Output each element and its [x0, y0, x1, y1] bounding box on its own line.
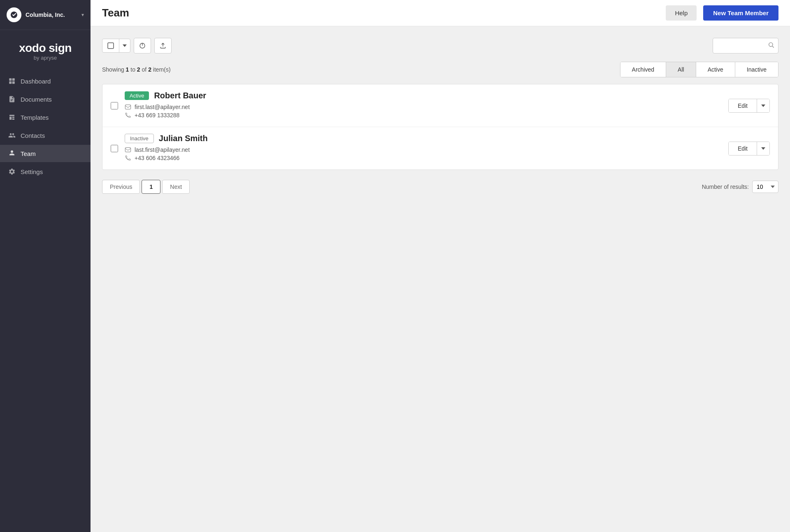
tab-inactive[interactable]: Inactive — [735, 62, 778, 77]
member-phone: +43 606 4323466 — [125, 155, 722, 161]
name-line: Active Robert Bauer — [125, 91, 722, 100]
sidebar-item-documents[interactable]: Documents — [0, 91, 91, 108]
company-name: Columbia, Inc. — [26, 12, 65, 18]
search-box — [713, 38, 778, 53]
sidebar-item-label: Settings — [21, 168, 43, 175]
edit-button-group: Edit — [728, 99, 770, 113]
row-checkbox[interactable] — [111, 102, 118, 109]
name-line: Inactive Julian Smith — [125, 134, 722, 143]
select-main-button[interactable] — [102, 39, 119, 52]
filter-to: 2 — [137, 66, 140, 73]
member-info: Inactive Julian Smith last.first@apilaye… — [125, 134, 722, 163]
table-row: Inactive Julian Smith last.first@apilaye… — [102, 127, 778, 170]
sidebar-item-label: Templates — [21, 114, 49, 121]
table-row: Active Robert Bauer first.last@apilayer.… — [102, 84, 778, 127]
page-content: Showing 1 to 2 of 2 item(s) Archived All… — [91, 26, 790, 532]
page-header: Team Help New Team Member — [91, 0, 790, 26]
app-name: xodo sign — [7, 42, 84, 55]
svg-rect-9 — [125, 105, 130, 109]
member-name: Robert Bauer — [154, 91, 206, 100]
edit-button-group: Edit — [728, 142, 770, 156]
svg-rect-10 — [125, 148, 130, 152]
edit-button[interactable]: Edit — [729, 99, 757, 112]
results-per-page: Number of results: 10 25 50 100 — [702, 181, 778, 193]
filter-count: Showing 1 to 2 of 2 item(s) — [102, 66, 171, 73]
status-badge: Inactive — [125, 134, 154, 143]
toolbar — [102, 38, 778, 53]
sidebar: Columbia, Inc. ▾ xodo sign by apryse Das… — [0, 0, 91, 532]
member-email: first.last@apilayer.net — [125, 104, 722, 110]
brand-text: Columbia, Inc. — [26, 12, 65, 18]
main-content: Team Help New Team Member — [91, 0, 790, 532]
svg-rect-3 — [12, 81, 15, 84]
sidebar-item-label: Documents — [21, 96, 52, 103]
select-chevron-button[interactable] — [119, 39, 130, 52]
sidebar-item-team[interactable]: Team — [0, 145, 91, 162]
svg-rect-2 — [9, 81, 12, 84]
help-button[interactable]: Help — [666, 5, 697, 21]
member-info: Active Robert Bauer first.last@apilayer.… — [125, 91, 722, 120]
page-title: Team — [102, 7, 659, 19]
select-split-button[interactable] — [102, 39, 130, 53]
search-input[interactable] — [713, 38, 778, 53]
brand-logo — [7, 7, 21, 22]
sidebar-item-dashboard[interactable]: Dashboard — [0, 72, 91, 90]
chevron-down-icon: ▾ — [81, 12, 84, 18]
phone-text: +43 669 1333288 — [135, 112, 179, 118]
sidebar-item-label: Contacts — [21, 132, 45, 139]
filter-row: Showing 1 to 2 of 2 item(s) Archived All… — [102, 62, 778, 77]
status-badge: Active — [125, 91, 149, 100]
member-name: Julian Smith — [159, 134, 208, 143]
tab-all[interactable]: All — [666, 62, 696, 77]
tab-archived[interactable]: Archived — [620, 62, 666, 77]
results-label: Number of results: — [702, 184, 749, 190]
filter-tabs: Archived All Active Inactive — [620, 62, 778, 77]
svg-rect-4 — [108, 43, 114, 49]
member-email: last.first@apilayer.net — [125, 146, 722, 153]
app-branding: xodo sign by apryse — [0, 30, 91, 69]
email-text: last.first@apilayer.net — [135, 146, 190, 153]
svg-rect-1 — [12, 78, 15, 81]
results-select[interactable]: 10 25 50 100 — [752, 181, 778, 193]
company-selector[interactable]: Columbia, Inc. ▾ — [0, 0, 91, 30]
edit-dropdown-button[interactable] — [757, 99, 769, 112]
edit-button[interactable]: Edit — [729, 142, 757, 155]
filter-from: 1 — [126, 66, 129, 73]
edit-dropdown-button[interactable] — [757, 142, 769, 155]
svg-rect-0 — [9, 78, 12, 81]
email-text: first.last@apilayer.net — [135, 104, 190, 110]
phone-text: +43 606 4323466 — [135, 155, 179, 161]
pagination: Previous 1 Next Number of results: 10 25… — [102, 180, 778, 194]
sidebar-item-contacts[interactable]: Contacts — [0, 127, 91, 144]
team-list: Active Robert Bauer first.last@apilayer.… — [102, 84, 778, 170]
member-phone: +43 669 1333288 — [125, 112, 722, 118]
power-button[interactable] — [134, 38, 151, 53]
previous-button[interactable]: Previous — [102, 180, 140, 194]
sidebar-item-templates[interactable]: Templates — [0, 109, 91, 126]
sidebar-item-label: Dashboard — [21, 78, 51, 85]
new-team-member-button[interactable]: New Team Member — [703, 5, 778, 21]
tab-active[interactable]: Active — [696, 62, 735, 77]
export-button[interactable] — [154, 38, 172, 53]
filter-total: 2 — [148, 66, 151, 73]
current-page-button[interactable]: 1 — [142, 180, 160, 194]
app-sub: by apryse — [7, 55, 84, 61]
row-checkbox[interactable] — [111, 145, 118, 152]
sidebar-item-settings[interactable]: Settings — [0, 163, 91, 180]
next-button[interactable]: Next — [162, 180, 190, 194]
sidebar-nav: Dashboard Documents Templates Contacts T… — [0, 69, 91, 184]
sidebar-item-label: Team — [21, 150, 36, 157]
